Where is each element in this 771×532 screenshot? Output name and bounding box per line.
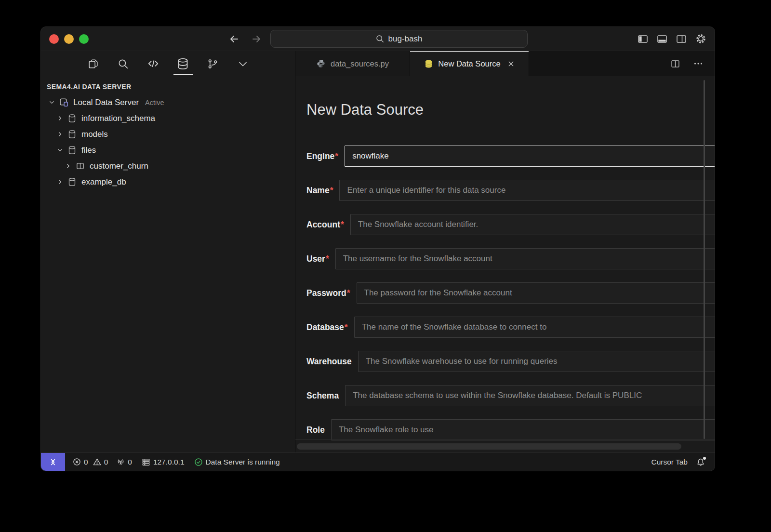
form-field-role: Role	[306, 419, 715, 440]
warehouse-label: Warehouse	[306, 357, 352, 367]
source-control-icon[interactable]	[204, 51, 222, 76]
new-data-source-form: New Data Source Engine* Name* Account*	[295, 76, 715, 440]
server-status-text: Data Server is running	[206, 458, 280, 466]
minimize-window-button[interactable]	[64, 34, 74, 44]
forward-arrow-icon[interactable]	[250, 33, 263, 45]
tree-item-files[interactable]: files	[41, 142, 295, 158]
required-marker: *	[335, 151, 338, 161]
required-marker: *	[347, 288, 350, 298]
close-window-button[interactable]	[49, 34, 59, 44]
chevron-down-icon[interactable]	[48, 99, 55, 106]
error-count: 0	[84, 458, 88, 466]
host-indicator[interactable]: 127.0.0.1	[142, 458, 185, 466]
data-server-status[interactable]: Data Server is running	[194, 458, 280, 466]
server-icon	[58, 97, 69, 107]
sidebar: SEMA4.AI DATA SERVER Local Data Server A…	[41, 51, 295, 452]
tab-new-data-source[interactable]: New Data Source	[410, 51, 529, 76]
engine-label: Engine*	[306, 151, 338, 161]
chevron-right-icon[interactable]	[56, 115, 64, 122]
form-field-database: Database*	[306, 317, 715, 338]
ports-count: 0	[128, 458, 132, 466]
engine-input[interactable]	[345, 146, 715, 167]
cursor-tab-label[interactable]: Cursor Tab	[651, 458, 688, 466]
tree-item-models[interactable]: models	[41, 126, 295, 142]
role-input[interactable]	[331, 419, 715, 440]
password-label: Password*	[306, 288, 350, 298]
ports-indicator[interactable]: 0	[117, 458, 132, 466]
tree-item-information-schema[interactable]: information_schema	[41, 110, 295, 126]
zoom-window-button[interactable]	[79, 34, 89, 44]
code-icon[interactable]	[145, 51, 162, 76]
back-arrow-icon[interactable]	[228, 33, 240, 45]
search-icon	[376, 35, 384, 43]
chevron-right-icon[interactable]	[64, 162, 72, 170]
database-input[interactable]	[354, 317, 715, 338]
database-icon	[66, 177, 77, 186]
chevron-right-icon[interactable]	[56, 178, 64, 186]
close-tab-icon[interactable]	[507, 60, 515, 67]
radio-tower-icon	[117, 458, 125, 466]
tree-item-label: information_schema	[81, 114, 155, 123]
editor-bottom-divider	[295, 439, 715, 440]
account-input[interactable]	[350, 214, 715, 235]
files-icon[interactable]	[85, 51, 102, 76]
tab-bar: data_sources.py New Data Source	[295, 51, 715, 76]
tree-item-label: models	[81, 130, 108, 139]
required-marker: *	[326, 254, 329, 264]
schema-input[interactable]	[345, 385, 715, 406]
required-marker: *	[330, 186, 333, 195]
error-icon	[73, 458, 81, 466]
database-icon	[66, 114, 77, 123]
search-sidebar-icon[interactable]	[115, 51, 132, 76]
app-window: bug-bash	[40, 27, 715, 471]
user-label: User*	[306, 254, 329, 264]
account-label: Account*	[306, 220, 344, 230]
layout-sidebar-left-icon[interactable]	[637, 33, 649, 45]
database-yellow-icon	[424, 59, 433, 68]
layout-panel-bottom-icon[interactable]	[656, 33, 668, 45]
database-icon[interactable]	[174, 51, 192, 76]
user-input[interactable]	[335, 248, 715, 269]
tree-item-label: files	[81, 146, 96, 155]
form-field-user: User*	[306, 248, 715, 269]
chevron-down-icon[interactable]	[56, 146, 64, 154]
warehouse-input[interactable]	[358, 351, 715, 372]
host-address: 127.0.0.1	[153, 458, 185, 466]
command-search-input[interactable]: bug-bash	[270, 30, 528, 48]
tree-item-local-data-server[interactable]: Local Data Server Active	[41, 94, 295, 110]
remote-indicator[interactable]	[41, 453, 65, 471]
horizontal-scrollbar[interactable]	[297, 443, 681, 450]
required-marker: *	[341, 220, 344, 229]
check-circle-icon	[194, 458, 203, 466]
problems-indicator[interactable]: 0 0	[73, 458, 108, 466]
new-data-source-panel: New Data Source Engine* Name* Account*	[295, 76, 715, 452]
chevron-down-icon[interactable]	[234, 51, 252, 76]
database-label: Database*	[306, 322, 348, 332]
python-icon	[316, 59, 326, 68]
layout-sidebar-right-icon[interactable]	[676, 33, 687, 45]
vertical-scrollbar[interactable]	[704, 80, 705, 439]
server-status-badge: Active	[145, 99, 164, 106]
more-actions-icon[interactable]	[693, 59, 703, 68]
form-field-schema: Schema	[306, 385, 715, 406]
tree-item-label: example_db	[81, 177, 126, 187]
server-stack-icon	[142, 458, 150, 466]
split-editor-icon[interactable]	[670, 59, 680, 69]
page-title: New Data Source	[306, 101, 715, 119]
title-bar: bug-bash	[41, 27, 715, 51]
tree-item-customer-churn[interactable]: customer_churn	[41, 158, 295, 174]
tab-data-sources-py[interactable]: data_sources.py	[295, 51, 410, 76]
window-controls	[49, 34, 89, 44]
name-input[interactable]	[339, 180, 715, 201]
notification-dot	[703, 457, 706, 460]
tree-item-example-db[interactable]: example_db	[41, 174, 295, 190]
form-field-name: Name*	[306, 180, 715, 201]
password-input[interactable]	[357, 282, 715, 304]
settings-gear-icon[interactable]	[695, 33, 707, 45]
notifications-bell-icon[interactable]	[696, 458, 705, 466]
name-label: Name*	[306, 186, 333, 196]
chevron-right-icon[interactable]	[56, 131, 64, 138]
required-marker: *	[345, 322, 348, 332]
editor-area: data_sources.py New Data Source	[295, 51, 715, 452]
database-icon	[66, 146, 77, 155]
